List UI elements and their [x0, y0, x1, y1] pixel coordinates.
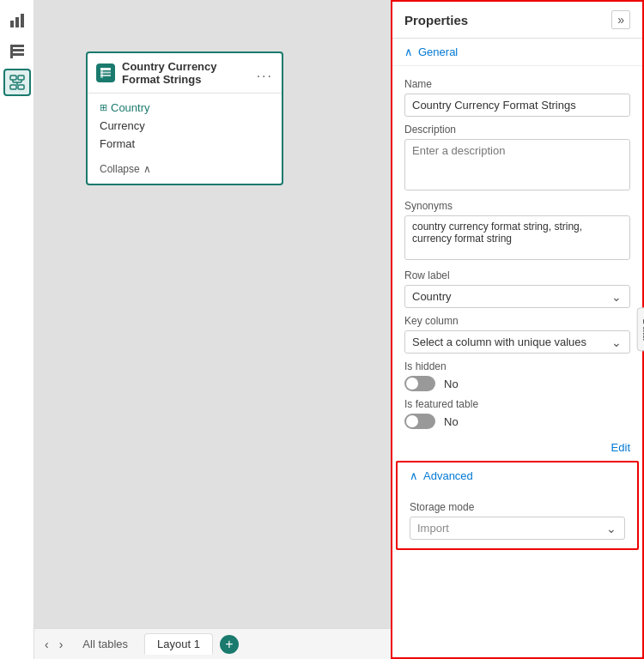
- row-label-select-wrapper: Country: [404, 285, 630, 308]
- canvas-area: Country Currency Format Strings ... ⊞ Co…: [34, 0, 391, 659]
- collapse-icon: ∧: [143, 163, 151, 175]
- advanced-chevron-icon: ∧: [410, 469, 418, 482]
- canvas-content: Country Currency Format Strings ... ⊞ Co…: [34, 0, 391, 628]
- table-card-title: Country Currency Format Strings: [122, 60, 250, 86]
- edit-link[interactable]: Edit: [392, 438, 642, 457]
- general-props-group: Name Description Synonyms country curren…: [392, 66, 642, 438]
- key-column-label: Key column: [404, 315, 630, 327]
- svg-rect-6: [10, 45, 13, 58]
- row-label-label: Row label: [404, 269, 630, 281]
- collapse-button[interactable]: Collapse ∧: [88, 158, 282, 184]
- field-format-label: Format: [100, 137, 135, 150]
- svg-rect-1: [15, 17, 19, 27]
- field-currency-label: Currency: [100, 119, 145, 132]
- key-column-select-wrapper: Select a column with unique values: [404, 330, 630, 354]
- storage-mode-label: Storage mode: [410, 501, 625, 513]
- storage-mode-select[interactable]: Import: [410, 517, 625, 540]
- general-section-label: General: [418, 45, 458, 58]
- properties-panel-header: Properties »: [392, 2, 642, 39]
- sidebar-icon-chart[interactable]: [3, 7, 31, 34]
- bottom-tabs: ‹ › All tables Layout 1 +: [34, 628, 391, 659]
- description-input[interactable]: [404, 139, 630, 190]
- is-hidden-value: No: [444, 378, 459, 390]
- header-field-icon: ⊞: [100, 102, 107, 113]
- svg-rect-0: [10, 21, 14, 27]
- table-card-header: Country Currency Format Strings ...: [88, 53, 282, 94]
- app-container: Country Currency Format Strings ... ⊞ Co…: [0, 0, 644, 659]
- collapse-label: Collapse: [100, 163, 140, 175]
- properties-title: Properties: [404, 13, 468, 27]
- is-hidden-toggle-row: No: [404, 376, 630, 391]
- svg-rect-7: [10, 76, 16, 80]
- svg-rect-2: [21, 14, 24, 27]
- sidebar-icon-model[interactable]: [3, 69, 31, 96]
- table-card-icon: [96, 63, 115, 82]
- nav-prev[interactable]: ‹: [41, 636, 52, 653]
- field-format: Format: [100, 135, 270, 153]
- svg-rect-10: [18, 85, 24, 89]
- svg-rect-8: [18, 76, 24, 80]
- sidebar-icon-table[interactable]: [3, 38, 31, 65]
- synonyms-label: Synonyms: [404, 200, 630, 212]
- row-label-select[interactable]: Country: [404, 285, 630, 308]
- advanced-section-label: Advanced: [423, 469, 473, 482]
- data-side-tab[interactable]: Data: [636, 307, 644, 351]
- add-tab-icon: +: [225, 637, 233, 652]
- table-fields: ⊞ Country Currency Format: [88, 94, 282, 158]
- general-chevron-icon: ∧: [404, 45, 413, 58]
- properties-collapse-button[interactable]: »: [611, 10, 630, 29]
- is-featured-label: Is featured table: [404, 398, 630, 410]
- svg-rect-18: [100, 68, 103, 78]
- is-hidden-label: Is hidden: [404, 360, 630, 372]
- is-featured-value: No: [444, 415, 459, 428]
- is-featured-toggle-row: No: [404, 414, 630, 429]
- nav-next[interactable]: ›: [56, 636, 67, 653]
- header-field-label: Country: [111, 101, 150, 114]
- add-tab-button[interactable]: +: [220, 635, 239, 654]
- properties-body: ∧ General Name Description Synonyms coun…: [392, 39, 642, 657]
- sidebar: [0, 0, 34, 659]
- tab-all-tables[interactable]: All tables: [70, 633, 141, 655]
- table-menu-button[interactable]: ...: [257, 65, 273, 81]
- panel-wrapper: Properties » ∧ General Name Description …: [391, 0, 644, 659]
- key-column-select[interactable]: Select a column with unique values: [404, 330, 630, 354]
- name-input[interactable]: [404, 94, 630, 117]
- synonyms-input[interactable]: country currency format string, string, …: [404, 215, 630, 260]
- field-currency: Currency: [100, 117, 270, 135]
- storage-mode-select-wrapper: Import: [410, 517, 625, 540]
- advanced-body: Storage mode Import: [398, 489, 637, 548]
- is-hidden-toggle[interactable]: [404, 376, 435, 391]
- name-label: Name: [404, 78, 630, 90]
- advanced-section: ∧ Advanced Storage mode Import: [396, 461, 639, 550]
- properties-panel: Properties » ∧ General Name Description …: [391, 0, 644, 659]
- advanced-section-header[interactable]: ∧ Advanced: [398, 463, 637, 489]
- tab-layout1[interactable]: Layout 1: [144, 633, 213, 655]
- description-label: Description: [404, 124, 630, 136]
- is-featured-toggle[interactable]: [404, 414, 435, 429]
- svg-rect-9: [10, 85, 16, 89]
- general-section-header[interactable]: ∧ General: [392, 39, 642, 66]
- table-card: Country Currency Format Strings ... ⊞ Co…: [86, 51, 283, 185]
- header-field: ⊞ Country: [100, 99, 270, 117]
